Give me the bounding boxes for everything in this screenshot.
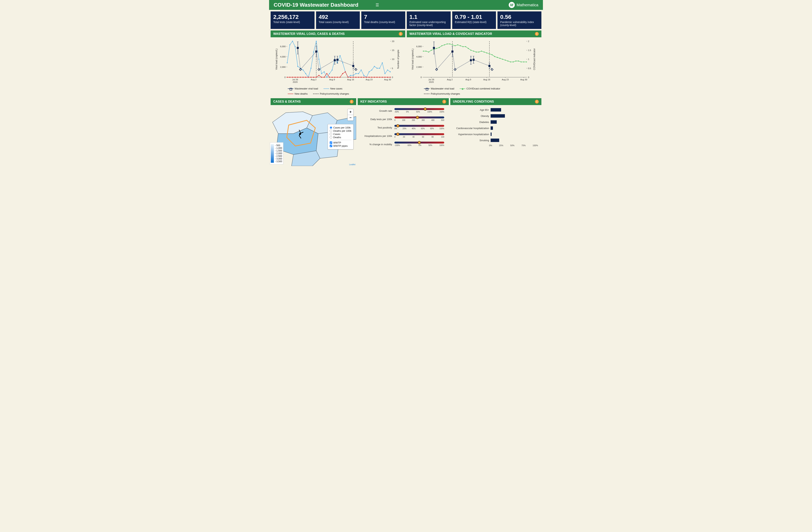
- svg-text:2020: 2020: [293, 81, 298, 83]
- radio-deaths[interactable]: Deaths: [330, 136, 351, 139]
- svg-point-175: [423, 51, 424, 52]
- kpi-row: 2,256,172 Total tests (state-level) 492 …: [269, 10, 543, 30]
- svg-text:Aug 16: Aug 16: [483, 79, 490, 81]
- svg-text:Number of people: Number of people: [397, 50, 400, 69]
- svg-text:15: 15: [392, 49, 394, 52]
- svg-point-201: [492, 54, 493, 55]
- kpi-underreporting: 1.1 Estimated case underreporting factor…: [407, 11, 451, 29]
- indicator-track[interactable]: -100%-50%0%50%100%: [394, 142, 444, 147]
- radio-deaths-100k[interactable]: Deaths per 100k: [330, 129, 351, 132]
- svg-point-69: [374, 66, 375, 67]
- svg-point-48: [318, 59, 319, 60]
- indicator-marker[interactable]: [396, 133, 399, 136]
- svg-point-57: [342, 62, 343, 63]
- indicator-track[interactable]: 020406080100: [394, 133, 444, 139]
- svg-point-62: [356, 73, 357, 74]
- chart-viral-covidcast[interactable]: 02,0004,0006,00000.511.52Jul 262020Aug 2…: [407, 37, 541, 87]
- svg-text:5: 5: [392, 67, 393, 69]
- panel-title: UNDERLYING CONDITIONS: [453, 100, 494, 103]
- svg-point-185: [449, 43, 450, 44]
- svg-text:4,000: 4,000: [280, 56, 286, 58]
- indicator-marker[interactable]: [416, 116, 419, 119]
- svg-point-205: [502, 59, 503, 60]
- condition-row: Cardiovascular hospitalization: [451, 126, 538, 130]
- radio-cases[interactable]: Cases: [330, 133, 351, 136]
- layer-control-box: Cases per 100k Deaths per 100k Cases Dea…: [328, 124, 353, 150]
- svg-text:Viral load (copies/L): Viral load (copies/L): [275, 49, 278, 70]
- panel-title: CASES & DEATHS: [273, 100, 301, 103]
- indicator-track[interactable]: -50%0%50%100%150%: [394, 108, 444, 113]
- svg-point-184: [447, 43, 448, 44]
- condition-row: Age 65+: [451, 108, 538, 112]
- panel-underlying: UNDERLYING CONDITIONS i Age 65+ObesityDi…: [450, 98, 541, 166]
- svg-point-72: [382, 62, 383, 63]
- svg-point-95: [337, 77, 338, 78]
- info-icon[interactable]: i: [350, 100, 353, 103]
- hamburger-icon[interactable]: ☰: [376, 3, 379, 7]
- indicator-marker[interactable]: [396, 124, 399, 127]
- svg-point-97: [342, 73, 343, 74]
- condition-label: Obesity: [451, 115, 489, 117]
- svg-point-108: [371, 77, 372, 78]
- svg-point-206: [505, 59, 506, 60]
- svg-point-75: [390, 71, 391, 72]
- map-canvas[interactable]: + − Cases per 100k Deaths per 100k Cases…: [271, 105, 356, 166]
- brand-name: Mathematica: [517, 3, 538, 7]
- indicator-marker[interactable]: [424, 108, 427, 111]
- svg-point-92: [329, 77, 330, 78]
- check-wwtp[interactable]: WWTP: [330, 141, 351, 144]
- svg-text:Viral load (copies/L): Viral load (copies/L): [411, 49, 414, 70]
- svg-rect-235: [473, 59, 474, 60]
- svg-point-49: [321, 73, 322, 74]
- condition-label: Cardiovascular hospitalization: [451, 127, 489, 130]
- svg-text:2,000: 2,000: [416, 66, 422, 68]
- svg-point-200: [489, 53, 490, 54]
- indicator-label: Daily tests per 100k: [359, 118, 392, 121]
- map-legend-scale: - 500- 1,000- 1,500- 2,000- 2,500- 3,000…: [270, 142, 283, 165]
- svg-point-199: [486, 52, 487, 53]
- legend-item-policy: Policy/community changes: [313, 92, 349, 95]
- info-icon[interactable]: i: [442, 100, 446, 103]
- svg-text:Aug 2: Aug 2: [311, 79, 316, 81]
- indicator-track[interactable]: 0100200300400500: [394, 116, 444, 122]
- condition-row: Obesity: [451, 114, 538, 118]
- indicator-marker[interactable]: [418, 141, 421, 144]
- svg-point-181: [439, 47, 440, 48]
- svg-point-85: [310, 77, 311, 78]
- condition-row: Hypertension hospitalization: [451, 132, 538, 136]
- svg-point-46: [313, 52, 314, 53]
- svg-point-213: [523, 61, 524, 62]
- svg-text:Jul 26: Jul 26: [429, 79, 434, 81]
- svg-point-81: [300, 77, 301, 78]
- indicator-row: Growth rate-50%0%50%100%150%: [359, 108, 444, 113]
- radio-cases-100k[interactable]: Cases per 100k: [330, 126, 351, 129]
- info-icon[interactable]: i: [535, 32, 539, 36]
- check-wwtp-pipes[interactable]: WWTP pipes: [330, 144, 351, 147]
- svg-point-197: [481, 51, 482, 52]
- kpi-total-cases: 492 Total cases (county-level): [316, 11, 360, 29]
- svg-point-90: [324, 77, 324, 78]
- svg-rect-137: [352, 65, 354, 67]
- svg-point-73: [385, 73, 386, 74]
- svg-rect-234: [470, 59, 472, 61]
- svg-point-71: [379, 68, 380, 69]
- condition-bar: [491, 132, 492, 136]
- indicator-track[interactable]: 0%20%40%60%80%100%: [394, 125, 444, 130]
- condition-label: Diabetes: [451, 121, 489, 124]
- svg-point-110: [377, 77, 377, 78]
- svg-text:Aug 16: Aug 16: [347, 79, 354, 81]
- info-icon[interactable]: i: [535, 100, 539, 103]
- svg-point-68: [371, 69, 372, 70]
- leaflet-attribution[interactable]: Leaflet: [349, 163, 356, 166]
- panel-key-indicators: KEY INDICATORS i Growth rate-50%0%50%100…: [358, 98, 449, 166]
- svg-text:2,000: 2,000: [280, 66, 286, 68]
- zoom-in-button[interactable]: +: [348, 109, 353, 115]
- chart-viral-cases-deaths[interactable]: 02,0004,0006,00005101520Jul 262020Aug 2A…: [271, 37, 405, 87]
- svg-rect-236: [489, 65, 490, 67]
- zoom-out-button[interactable]: −: [348, 115, 353, 121]
- svg-point-86: [313, 77, 314, 78]
- panel-viral-cases-deaths: WASTEWATER VIRAL LOAD, CASES & DEATHS i …: [271, 30, 405, 97]
- info-icon[interactable]: i: [399, 32, 403, 36]
- svg-point-238: [299, 133, 301, 135]
- kpi-total-tests: 2,256,172 Total tests (state-level): [271, 11, 315, 29]
